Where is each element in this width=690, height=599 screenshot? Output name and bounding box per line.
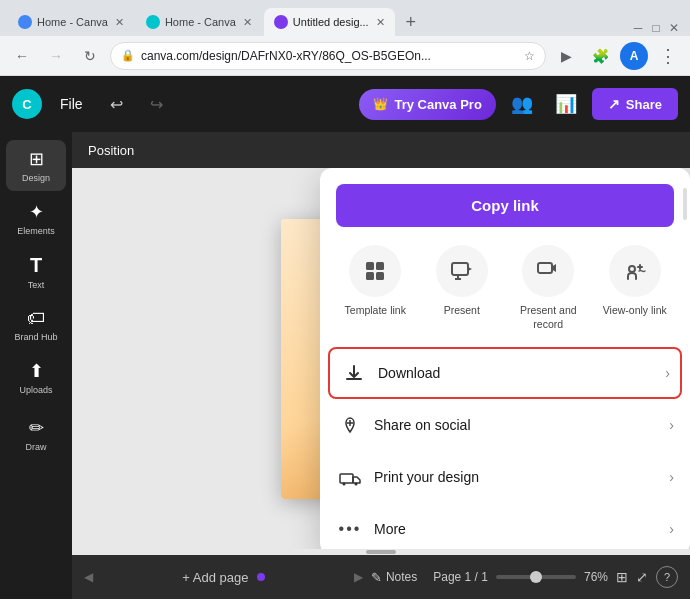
- sidebar-item-uploads[interactable]: ⬆ Uploads: [6, 352, 66, 403]
- more-chevron: ›: [669, 521, 674, 537]
- sidebar-item-design[interactable]: ⊞ Design: [6, 140, 66, 191]
- view-only-icon-circle: [609, 245, 661, 297]
- present-icon-circle: [436, 245, 488, 297]
- share-label: Share: [626, 97, 662, 112]
- browser-chrome: Home - Canva ✕ Home - Canva ✕ Untitled d…: [0, 0, 690, 76]
- canvas-area: Position COFFE SHOP ☕: [72, 132, 690, 599]
- add-tab-button[interactable]: +: [397, 8, 425, 36]
- analytics-icon[interactable]: 📊: [548, 86, 584, 122]
- sidebar-item-elements[interactable]: ✦ Elements: [6, 193, 66, 244]
- present-record-icon-circle: [522, 245, 574, 297]
- profile-icon[interactable]: A: [620, 42, 648, 70]
- try-pro-label: Try Canva Pro: [394, 97, 481, 112]
- copy-link-button[interactable]: Copy link: [336, 184, 674, 227]
- forward-button[interactable]: →: [42, 42, 70, 70]
- share-social-chevron: ›: [669, 417, 674, 433]
- scroll-thumb-h[interactable]: [366, 550, 396, 554]
- sidebar-label-draw: Draw: [25, 442, 46, 452]
- print-menu-item[interactable]: Print your design ›: [320, 451, 690, 503]
- page-dot-indicator: [257, 573, 265, 581]
- zoom-level: 76%: [584, 570, 608, 584]
- share-social-icon: [336, 411, 364, 439]
- window-close-button[interactable]: ✕: [666, 20, 682, 36]
- url-text: canva.com/design/DAFrNX0-xRY/86Q_OS-B5GE…: [141, 49, 518, 63]
- undo-button[interactable]: ↩: [101, 88, 133, 120]
- redo-button[interactable]: ↪: [141, 88, 173, 120]
- sidebar-item-brand-hub[interactable]: 🏷 Brand Hub: [6, 300, 66, 350]
- share-present[interactable]: Present: [424, 245, 500, 331]
- share-icons-row: Template link Prese: [320, 239, 690, 347]
- share-template-link[interactable]: Template link: [337, 245, 413, 331]
- help-icon[interactable]: ?: [656, 566, 678, 588]
- tab-3-active[interactable]: Untitled desig... ✕: [264, 8, 395, 36]
- add-page-section: + Add page: [101, 570, 346, 585]
- extension-icon-1[interactable]: ▶: [552, 42, 580, 70]
- tab-close-1[interactable]: ✕: [115, 16, 124, 29]
- copy-link-section: Copy link: [320, 184, 690, 239]
- window-maximize-button[interactable]: □: [648, 20, 664, 36]
- tab-close-3[interactable]: ✕: [376, 16, 385, 29]
- svg-rect-6: [452, 263, 468, 275]
- svg-rect-3: [376, 262, 384, 270]
- sidebar-item-draw[interactable]: ✏ Draw: [6, 409, 66, 460]
- share-view-only[interactable]: View-only link: [597, 245, 673, 331]
- svg-point-13: [355, 483, 358, 486]
- try-pro-button[interactable]: 👑 Try Canva Pro: [359, 89, 495, 120]
- notes-section: ✎ Notes: [371, 570, 417, 585]
- share-social-menu-item[interactable]: Share on social ›: [320, 399, 690, 451]
- sidebar-label-brand-hub: Brand Hub: [14, 332, 57, 342]
- download-icon: [340, 359, 368, 387]
- tab-bar: Home - Canva ✕ Home - Canva ✕ Untitled d…: [0, 0, 690, 36]
- draw-icon: ✏: [29, 417, 44, 439]
- share-present-record[interactable]: Present and record: [510, 245, 586, 331]
- chrome-menu-icon[interactable]: ⋮: [654, 42, 682, 70]
- position-label: Position: [88, 143, 134, 158]
- canvas-content[interactable]: COFFE SHOP ☕: [72, 168, 690, 549]
- present-record-label: Present and record: [510, 304, 586, 331]
- template-link-icon-circle: [349, 245, 401, 297]
- tab-favicon-1: [18, 15, 32, 29]
- reload-button[interactable]: ↻: [76, 42, 104, 70]
- panel-scrollbar: [683, 188, 687, 220]
- share-button[interactable]: ↗ Share: [592, 88, 678, 120]
- add-page-button[interactable]: + Add page: [182, 570, 248, 585]
- download-chevron: ›: [665, 365, 670, 381]
- view-only-label: View-only link: [603, 304, 667, 318]
- canva-logo: C: [12, 89, 42, 119]
- svg-rect-2: [366, 262, 374, 270]
- tab-favicon-3: [274, 15, 288, 29]
- scroll-left-button[interactable]: ◀: [84, 570, 93, 584]
- more-icon: •••: [336, 515, 364, 543]
- svg-rect-5: [376, 272, 384, 280]
- grid-view-icon[interactable]: ⊞: [616, 569, 628, 585]
- download-menu-item[interactable]: Download ›: [328, 347, 682, 399]
- canva-app: C File ↩ ↪ 👑 Try Canva Pro 👥 📊 ↗ Share ⊞…: [0, 76, 690, 599]
- collaborate-icon[interactable]: 👥: [504, 86, 540, 122]
- svg-point-10: [629, 266, 635, 272]
- sidebar-item-text[interactable]: T Text: [6, 246, 66, 298]
- bookmark-icon[interactable]: ☆: [524, 49, 535, 63]
- file-button[interactable]: File: [50, 90, 93, 118]
- crown-icon: 👑: [373, 97, 388, 111]
- tab-2[interactable]: Home - Canva ✕: [136, 8, 262, 36]
- elements-icon: ✦: [29, 201, 44, 223]
- sidebar-label-design: Design: [22, 173, 50, 183]
- tab-1[interactable]: Home - Canva ✕: [8, 8, 134, 36]
- bottom-bar: ◀ + Add page ▶ ✎ Notes Page 1 / 1 76% ⊞ …: [72, 555, 690, 599]
- back-button[interactable]: ←: [8, 42, 36, 70]
- fullscreen-icon[interactable]: ⤢: [636, 569, 648, 585]
- template-link-label: Template link: [345, 304, 406, 318]
- more-menu-item[interactable]: ••• More ›: [320, 503, 690, 549]
- canvas-toolbar: Position: [72, 132, 690, 168]
- scroll-right-button[interactable]: ▶: [354, 570, 363, 584]
- notes-label[interactable]: Notes: [386, 570, 417, 584]
- present-label: Present: [444, 304, 480, 318]
- svg-rect-4: [366, 272, 374, 280]
- window-minimize-button[interactable]: ─: [630, 20, 646, 36]
- extensions-icon[interactable]: 🧩: [586, 42, 614, 70]
- page-info: Page 1 / 1: [433, 570, 488, 584]
- uploads-icon: ⬆: [29, 360, 44, 382]
- tab-close-2[interactable]: ✕: [243, 16, 252, 29]
- url-bar[interactable]: 🔒 canva.com/design/DAFrNX0-xRY/86Q_OS-B5…: [110, 42, 546, 70]
- page-slider[interactable]: [496, 575, 576, 579]
